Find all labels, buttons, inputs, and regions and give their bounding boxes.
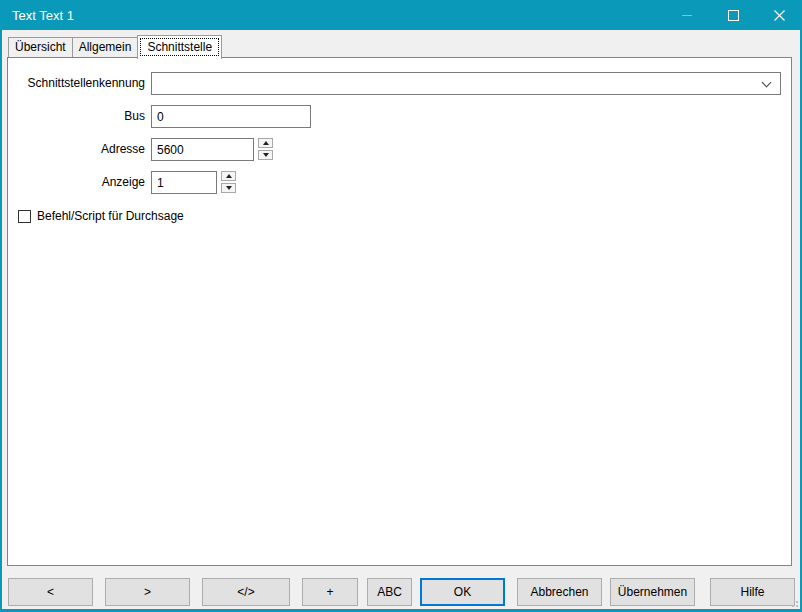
minimize-icon [682, 15, 692, 16]
chevron-down-icon [762, 78, 772, 88]
resize-grip[interactable] [788, 597, 798, 607]
maximize-icon [728, 10, 739, 21]
abbrechen-button[interactable]: Abbrechen [517, 578, 602, 606]
prev-button[interactable]: < [8, 578, 93, 606]
tab-page-schnittstelle: Schnittstellenkennung Bus Adresse Anzeig… [7, 57, 792, 566]
title-bar: Text Text 1 [0, 0, 802, 30]
add-button[interactable]: + [302, 578, 358, 606]
tab-allgemein[interactable]: Allgemein [72, 37, 139, 57]
tab-bar: Übersicht Allgemein Schnittstelle [8, 35, 221, 59]
ok-button[interactable]: OK [420, 578, 505, 606]
resize-grip-dots [796, 605, 798, 607]
anzeige-input[interactable] [151, 171, 217, 194]
bus-input[interactable] [151, 105, 311, 128]
tab-schnittstelle[interactable]: Schnittstelle [137, 35, 222, 59]
close-button[interactable] [756, 0, 802, 30]
abc-button[interactable]: ABC [367, 578, 412, 606]
code-button[interactable]: </> [202, 578, 290, 606]
close-icon [774, 10, 785, 21]
window-title: Text Text 1 [0, 8, 664, 23]
bus-label: Bus [11, 105, 145, 128]
arrow-up-icon [263, 141, 269, 145]
tab-uebersicht[interactable]: Übersicht [8, 37, 73, 57]
arrow-up-icon [226, 174, 232, 178]
adresse-input[interactable] [151, 138, 254, 161]
adresse-spinner [258, 138, 273, 160]
maximize-button[interactable] [710, 0, 756, 30]
schnittstellenkennung-label: Schnittstellenkennung [11, 72, 145, 95]
schnittstellenkennung-combobox[interactable] [151, 72, 781, 95]
arrow-down-icon [226, 186, 232, 190]
uebernehmen-button[interactable]: Übernehmen [610, 578, 695, 606]
dialog-window: Text Text 1 Übersicht Allgemein Schnitts… [0, 0, 802, 612]
durchsage-checkbox[interactable] [18, 210, 31, 223]
anzeige-spinner-down-button[interactable] [221, 183, 236, 193]
anzeige-label: Anzeige [11, 171, 145, 194]
anzeige-spinner [221, 171, 236, 193]
adresse-spinner-down-button[interactable] [258, 150, 273, 160]
adresse-spinner-up-button[interactable] [258, 138, 273, 148]
hilfe-button[interactable]: Hilfe [710, 578, 795, 606]
adresse-label: Adresse [11, 138, 145, 161]
next-button[interactable]: > [105, 578, 190, 606]
minimize-button[interactable] [664, 0, 710, 30]
durchsage-checkbox-label: Befehl/Script für Durchsage [37, 209, 184, 223]
durchsage-checkbox-row: Befehl/Script für Durchsage [18, 209, 184, 223]
anzeige-spinner-up-button[interactable] [221, 171, 236, 181]
arrow-down-icon [263, 153, 269, 157]
